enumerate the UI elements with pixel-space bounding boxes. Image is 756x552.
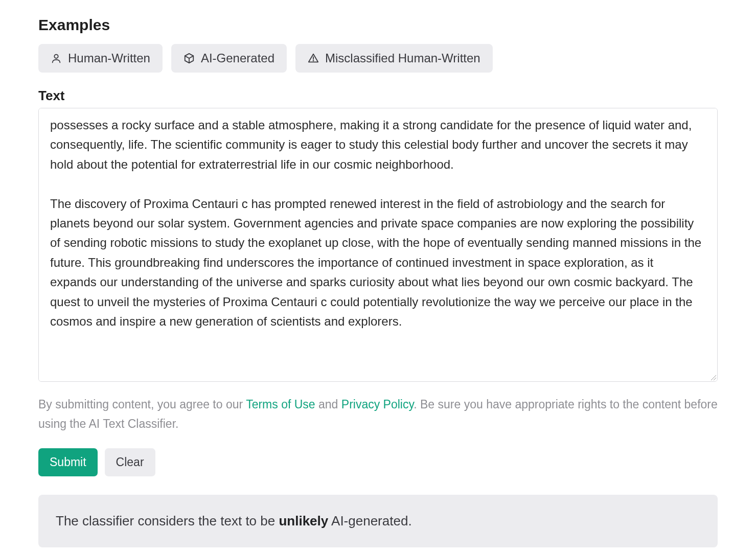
text-input[interactable] <box>39 108 717 381</box>
chip-label: AI-Generated <box>201 51 274 65</box>
legal-and: and <box>315 398 341 411</box>
warning-icon <box>308 53 319 64</box>
legal-prefix: By submitting content, you agree to our <box>38 398 246 411</box>
terms-of-use-link[interactable]: Terms of Use <box>246 398 315 411</box>
example-chip-misclassified[interactable]: Misclassified Human-Written <box>295 44 493 73</box>
result-verdict: unlikely <box>279 513 328 528</box>
submit-button[interactable]: Submit <box>38 448 98 476</box>
classifier-page: Examples Human-Written AI-Generated Mis <box>0 0 756 552</box>
action-buttons-row: Submit Clear <box>38 448 718 476</box>
result-box: The classifier considers the text to be … <box>38 495 718 547</box>
chip-label: Misclassified Human-Written <box>325 51 480 65</box>
chip-label: Human-Written <box>68 51 150 65</box>
example-chip-human-written[interactable]: Human-Written <box>38 44 163 73</box>
result-suffix: AI-generated. <box>328 513 411 528</box>
svg-point-0 <box>54 55 58 58</box>
cube-icon <box>184 53 195 64</box>
user-icon <box>51 53 62 64</box>
clear-button[interactable]: Clear <box>105 448 155 476</box>
legal-text: By submitting content, you agree to our … <box>38 395 718 434</box>
text-input-wrapper <box>38 108 718 382</box>
svg-point-2 <box>313 60 314 61</box>
privacy-policy-link[interactable]: Privacy Policy <box>341 398 414 411</box>
examples-heading: Examples <box>38 16 718 34</box>
example-chip-ai-generated[interactable]: AI-Generated <box>171 44 287 73</box>
text-heading: Text <box>38 88 718 104</box>
example-chips-row: Human-Written AI-Generated Misclassified… <box>38 44 718 73</box>
result-prefix: The classifier considers the text to be <box>56 513 279 528</box>
